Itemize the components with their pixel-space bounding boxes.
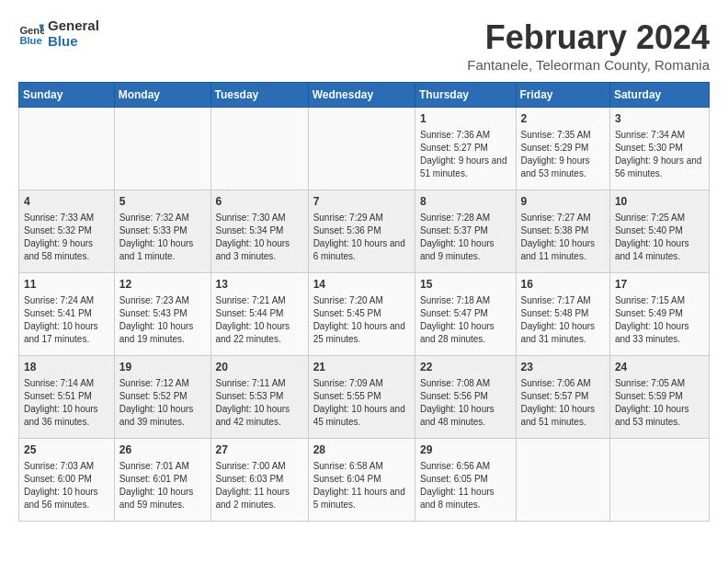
day-header: Monday [114,83,210,108]
cell-content-line: Daylight: 10 hours and 11 minutes. [521,237,605,263]
calendar-cell: 24Sunrise: 7:05 AMSunset: 5:59 PMDayligh… [609,356,709,439]
cell-content-line: Sunrise: 7:14 AM [24,377,109,390]
cell-content-line: Sunrise: 7:09 AM [313,377,410,390]
calendar-week-row: 25Sunrise: 7:03 AMSunset: 6:00 PMDayligh… [19,439,710,522]
calendar-cell: 10Sunrise: 7:25 AMSunset: 5:40 PMDayligh… [609,190,709,273]
cell-content-line: Sunset: 5:33 PM [119,224,206,237]
cell-content-line: Sunset: 5:43 PM [119,307,206,320]
cell-content-line: Sunset: 5:38 PM [521,224,605,237]
calendar-cell: 15Sunrise: 7:18 AMSunset: 5:47 PMDayligh… [415,273,516,356]
cell-content-line: Sunset: 6:01 PM [119,473,206,486]
day-header: Wednesday [308,83,415,108]
calendar-cell: 21Sunrise: 7:09 AMSunset: 5:55 PMDayligh… [308,356,415,439]
day-number: 2 [521,111,605,127]
cell-content-line: Sunset: 5:41 PM [24,307,109,320]
cell-content-line: Sunset: 5:44 PM [216,307,303,320]
cell-content-line: Daylight: 10 hours and 42 minutes. [216,403,303,429]
day-number: 8 [420,194,511,210]
cell-content-line: Sunset: 5:27 PM [420,142,511,155]
cell-content-line: Daylight: 10 hours and 1 minute. [119,237,206,263]
cell-content-line: Daylight: 10 hours and 6 minutes. [313,237,410,263]
cell-content-line: Sunset: 5:57 PM [521,390,605,403]
title-area: February 2024 Fantanele, Teleorman Count… [467,18,710,73]
cell-content-line: Sunset: 5:36 PM [313,224,410,237]
cell-content-line: Daylight: 10 hours and 19 minutes. [119,320,206,346]
cell-content-line: Daylight: 10 hours and 45 minutes. [313,403,410,429]
calendar-table: SundayMondayTuesdayWednesdayThursdayFrid… [18,82,710,522]
day-number: 22 [420,360,511,375]
cell-content-line: Sunrise: 7:11 AM [216,377,303,390]
calendar-cell: 26Sunrise: 7:01 AMSunset: 6:01 PMDayligh… [114,439,210,522]
day-number: 24 [615,360,704,375]
cell-content-line: Sunset: 6:00 PM [24,473,109,486]
cell-content-line: Daylight: 10 hours and 25 minutes. [313,320,410,346]
cell-content-line: Sunrise: 7:15 AM [615,294,704,307]
cell-content-line: Sunrise: 7:24 AM [24,294,109,307]
day-number: 11 [24,277,109,293]
cell-content-line: Sunrise: 7:12 AM [119,377,206,390]
calendar-header-row: SundayMondayTuesdayWednesdayThursdayFrid… [19,83,710,108]
calendar-cell [609,439,709,522]
cell-content-line: Sunrise: 7:29 AM [313,212,410,224]
calendar-cell [19,108,115,190]
cell-content-line: Daylight: 10 hours and 17 minutes. [24,320,109,346]
cell-content-line: Daylight: 10 hours and 28 minutes. [420,320,511,346]
calendar-week-row: 11Sunrise: 7:24 AMSunset: 5:41 PMDayligh… [19,273,710,356]
cell-content-line: Sunrise: 7:06 AM [521,377,605,390]
cell-content-line: Daylight: 9 hours and 56 minutes. [615,155,704,180]
day-number: 10 [615,194,704,210]
calendar-cell: 5Sunrise: 7:32 AMSunset: 5:33 PMDaylight… [114,190,210,273]
calendar-cell: 23Sunrise: 7:06 AMSunset: 5:57 PMDayligh… [516,356,609,439]
cell-content-line: Daylight: 10 hours and 3 minutes. [216,237,303,263]
cell-content-line: Sunrise: 7:23 AM [119,294,206,307]
cell-content-line: Sunrise: 7:34 AM [615,129,704,142]
day-header: Saturday [609,83,709,108]
calendar-cell: 2Sunrise: 7:35 AMSunset: 5:29 PMDaylight… [516,108,609,190]
day-number: 16 [521,277,605,293]
cell-content-line: Sunset: 5:34 PM [216,224,303,237]
calendar-cell: 25Sunrise: 7:03 AMSunset: 6:00 PMDayligh… [19,439,115,522]
day-number: 12 [119,277,206,293]
day-number: 17 [615,277,704,293]
cell-content-line: Sunrise: 7:33 AM [24,212,109,224]
cell-content-line: Sunrise: 7:05 AM [615,377,704,390]
cell-content-line: Sunrise: 7:25 AM [615,212,704,224]
calendar-week-row: 4Sunrise: 7:33 AMSunset: 5:32 PMDaylight… [19,190,710,273]
cell-content-line: Daylight: 10 hours and 53 minutes. [615,403,704,429]
day-number: 21 [313,360,410,375]
day-number: 26 [119,442,206,458]
cell-content-line: Sunrise: 7:20 AM [313,294,410,307]
day-number: 28 [313,442,410,458]
cell-content-line: Sunset: 5:53 PM [216,390,303,403]
cell-content-line: Sunset: 6:05 PM [420,473,511,486]
day-number: 6 [216,194,303,210]
main-title: February 2024 [467,18,710,57]
calendar-body: 1Sunrise: 7:36 AMSunset: 5:27 PMDaylight… [19,108,710,522]
cell-content-line: Daylight: 10 hours and 39 minutes. [119,403,206,429]
day-number: 9 [521,194,605,210]
day-number: 13 [216,277,303,293]
calendar-cell: 11Sunrise: 7:24 AMSunset: 5:41 PMDayligh… [19,273,115,356]
calendar-cell: 16Sunrise: 7:17 AMSunset: 5:48 PMDayligh… [516,273,609,356]
day-number: 7 [313,194,410,210]
cell-content-line: Sunrise: 6:56 AM [420,460,511,473]
cell-content-line: Daylight: 10 hours and 59 minutes. [119,486,206,511]
cell-content-line: Sunset: 5:37 PM [420,224,511,237]
header: General Blue General Blue February 2024 … [18,18,710,73]
day-number: 18 [24,360,109,375]
cell-content-line: Sunset: 5:30 PM [615,142,704,155]
cell-content-line: Sunset: 5:49 PM [615,307,704,320]
cell-content-line: Daylight: 10 hours and 36 minutes. [24,403,109,429]
calendar-cell: 22Sunrise: 7:08 AMSunset: 5:56 PMDayligh… [415,356,516,439]
day-number: 20 [216,360,303,375]
cell-content-line: Sunset: 5:51 PM [24,390,109,403]
calendar-cell: 18Sunrise: 7:14 AMSunset: 5:51 PMDayligh… [19,356,115,439]
calendar-cell [114,108,210,190]
cell-content-line: Sunset: 5:29 PM [521,142,605,155]
calendar-cell: 6Sunrise: 7:30 AMSunset: 5:34 PMDaylight… [210,190,308,273]
calendar-cell [210,108,308,190]
cell-content-line: Sunrise: 7:01 AM [119,460,206,473]
day-number: 5 [119,194,206,210]
calendar-week-row: 18Sunrise: 7:14 AMSunset: 5:51 PMDayligh… [19,356,710,439]
cell-content-line: Sunset: 5:47 PM [420,307,511,320]
